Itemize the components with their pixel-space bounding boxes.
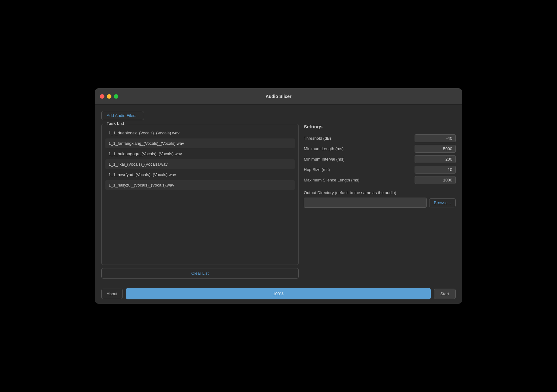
list-item[interactable]: 1_1_duanledex_(Vocals)_(Vocals).wav bbox=[105, 128, 295, 138]
task-list-group: Task List 1_1_duanledex_(Vocals)_(Vocals… bbox=[101, 124, 299, 265]
settings-row-3: Hop Size (ms) bbox=[304, 166, 456, 174]
output-dir-section: Output Directory (default to the same as… bbox=[304, 190, 456, 208]
settings-label-2: Minimum Interval (ms) bbox=[304, 157, 345, 162]
settings-label-3: Hop Size (ms) bbox=[304, 167, 330, 172]
settings-row-2: Minimum Interval (ms) bbox=[304, 155, 456, 163]
settings-rows: Threshold (dB)Minimum Length (ms)Minimum… bbox=[304, 134, 456, 187]
clear-list-button[interactable]: Clear List bbox=[101, 268, 299, 279]
list-item[interactable]: 1_1_mwrfyud_(Vocals)_(Vocals).wav bbox=[105, 170, 295, 180]
browse-button[interactable]: Browse... bbox=[429, 198, 456, 207]
settings-label-0: Threshold (dB) bbox=[304, 136, 331, 141]
main-panels: Task List 1_1_duanledex_(Vocals)_(Vocals… bbox=[101, 124, 456, 279]
list-item[interactable]: 1_1_huidaogoqu_(Vocals)_(Vocals).wav bbox=[105, 149, 295, 159]
task-list-legend: Task List bbox=[105, 121, 126, 126]
bottom-bar: About 100% Start bbox=[95, 284, 462, 304]
settings-input-3[interactable] bbox=[415, 166, 456, 174]
list-item[interactable]: 1_1_naliyzui_(Vocals)_(Vocals).wav bbox=[105, 180, 295, 190]
output-dir-input[interactable] bbox=[304, 198, 427, 208]
window-title: Audio Slicer bbox=[266, 94, 291, 99]
settings-row-4: Maximum Silence Length (ms) bbox=[304, 176, 456, 184]
main-window: Audio Slicer Add Audio Files... Task Lis… bbox=[95, 88, 462, 304]
right-panel: Settings Threshold (dB)Minimum Length (m… bbox=[304, 124, 456, 279]
maximize-button[interactable] bbox=[114, 94, 118, 99]
about-button[interactable]: About bbox=[101, 289, 123, 299]
list-item[interactable]: 1_1_fanfangxiang_(Vocals)_(Vocals).wav bbox=[105, 138, 295, 148]
settings-input-1[interactable] bbox=[415, 145, 456, 153]
minimize-button[interactable] bbox=[107, 94, 111, 99]
settings-row-0: Threshold (dB) bbox=[304, 134, 456, 142]
settings-row-1: Minimum Length (ms) bbox=[304, 145, 456, 153]
settings-input-0[interactable] bbox=[415, 134, 456, 142]
left-panel: Task List 1_1_duanledex_(Vocals)_(Vocals… bbox=[101, 124, 299, 279]
settings-input-4[interactable] bbox=[415, 176, 456, 184]
settings-label-1: Minimum Length (ms) bbox=[304, 146, 344, 151]
start-button[interactable]: Start bbox=[434, 289, 456, 299]
content-area: Add Audio Files... Task List 1_1_duanled… bbox=[95, 105, 462, 279]
progress-bar: 100% bbox=[126, 288, 431, 299]
add-audio-files-button[interactable]: Add Audio Files... bbox=[101, 111, 144, 120]
progress-text: 100% bbox=[273, 291, 284, 296]
file-list: 1_1_duanledex_(Vocals)_(Vocals).wav1_1_f… bbox=[105, 128, 295, 261]
settings-title: Settings bbox=[304, 124, 456, 129]
list-item[interactable]: 1_1_likai_(Vocals)_(Vocals).wav bbox=[105, 159, 295, 169]
output-dir-label: Output Directory (default to the same as… bbox=[304, 190, 456, 195]
title-bar: Audio Slicer bbox=[95, 88, 462, 105]
output-dir-row: Browse... bbox=[304, 198, 456, 208]
close-button[interactable] bbox=[100, 94, 104, 99]
traffic-lights bbox=[100, 94, 118, 99]
settings-label-4: Maximum Silence Length (ms) bbox=[304, 178, 360, 182]
settings-input-2[interactable] bbox=[415, 155, 456, 163]
